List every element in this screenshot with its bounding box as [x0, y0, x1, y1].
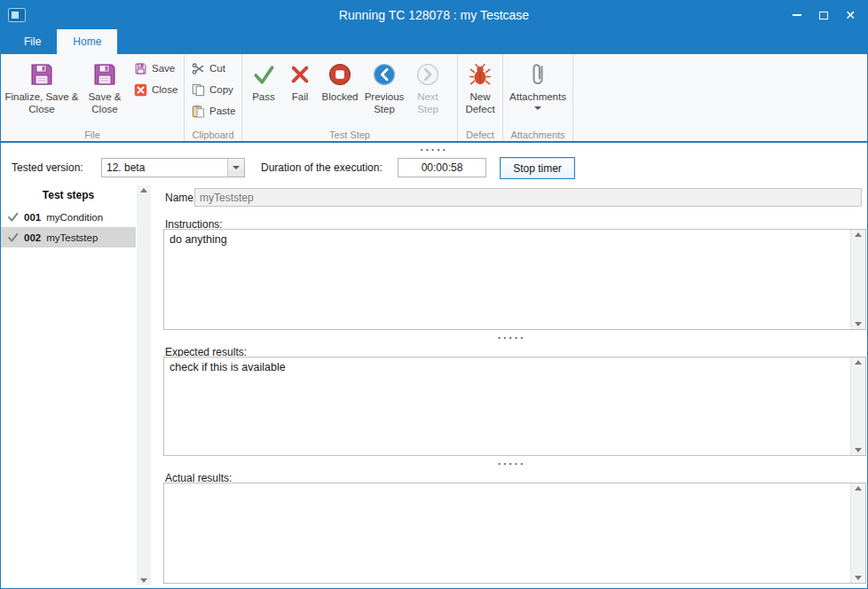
instructions-text[interactable]: do anything: [164, 230, 850, 329]
ribbon-group-file: Finalize, Save & Close Save & Close Save: [1, 54, 185, 141]
actual-results-text[interactable]: [164, 483, 850, 583]
main-content: Test steps 001 myCondition 002 myTestste…: [1, 183, 867, 588]
ribbon-filler: [573, 54, 867, 141]
new-defect-label: New Defect: [461, 91, 500, 116]
clipboard-buttons: Cut Copy Paste: [187, 56, 239, 121]
copy-label: Copy: [209, 84, 233, 95]
blocked-label: Blocked: [322, 91, 359, 104]
scroll-up-icon[interactable]: [855, 360, 862, 365]
fail-button[interactable]: Fail: [282, 56, 318, 104]
step-number: 001: [24, 212, 41, 223]
maximize-button[interactable]: [810, 1, 837, 29]
name-label: Name:: [165, 192, 196, 204]
check-icon: [6, 211, 19, 224]
scroll-down-icon[interactable]: [140, 578, 147, 583]
finalize-save-close-button[interactable]: Finalize, Save & Close: [4, 56, 80, 116]
minimize-button[interactable]: [784, 1, 810, 29]
save-icon: [28, 60, 56, 89]
ribbon-group-attachments: Attachments Attachments: [503, 54, 573, 141]
attachments-label: Attachments: [509, 91, 566, 104]
pass-label: Pass: [252, 91, 275, 104]
step-number: 002: [24, 232, 41, 243]
minimize-icon: [793, 14, 801, 16]
duration-label: Duration of the execution:: [261, 161, 383, 174]
ribbon-group-defect: New Defect Defect: [458, 54, 503, 141]
close-red-icon: [133, 82, 147, 97]
tested-version-select[interactable]: 12. beta: [101, 158, 245, 177]
arrow-left-blue-icon: [370, 60, 398, 89]
scroll-up-icon[interactable]: [855, 486, 862, 491]
previous-step-label: Previous Step: [362, 91, 406, 116]
combo-dropdown-button[interactable]: [227, 159, 244, 177]
cut-button[interactable]: Cut: [187, 59, 239, 78]
paste-icon: [191, 104, 205, 118]
actual-results-scrollbar[interactable]: [850, 483, 865, 583]
test-step-row[interactable]: 001 myCondition: [1, 207, 136, 227]
file-small-buttons: Save Close: [130, 56, 181, 99]
save-icon: [91, 60, 119, 89]
close-ribbon-button[interactable]: Close: [130, 80, 181, 99]
check-icon: [6, 232, 19, 244]
copy-button[interactable]: Copy: [187, 80, 239, 99]
paperclip-icon: [524, 60, 552, 89]
maximize-icon: [819, 12, 828, 20]
execution-bar: Tested version: 12. beta Duration of the…: [1, 153, 867, 183]
test-steps-header: Test steps: [1, 185, 136, 205]
ribbon-splitter-grip[interactable]: ·····: [1, 145, 867, 153]
tab-home[interactable]: Home: [57, 29, 117, 54]
paste-label: Paste: [209, 106, 235, 116]
tested-version-value: 12. beta: [107, 159, 145, 177]
save-label: Save: [152, 63, 175, 74]
bug-icon: [466, 60, 494, 89]
scroll-down-icon[interactable]: [855, 322, 862, 326]
close-label: Close: [152, 84, 178, 95]
scroll-up-icon[interactable]: [140, 188, 147, 192]
steps-scrollbar[interactable]: [137, 185, 151, 585]
ribbon-group-label: Clipboard: [185, 130, 241, 140]
tab-file[interactable]: File: [8, 29, 57, 54]
name-input[interactable]: [194, 188, 862, 207]
fail-label: Fail: [292, 91, 309, 104]
save-button[interactable]: Save: [130, 59, 181, 78]
test-step-row[interactable]: 002 myTeststep: [1, 227, 136, 247]
save-and-close-button[interactable]: Save & Close: [80, 56, 130, 116]
save-and-close-label: Save & Close: [80, 91, 130, 116]
ribbon-group-label: Attachments: [503, 130, 572, 140]
scroll-down-icon[interactable]: [855, 448, 862, 452]
test-steps-panel: Test steps 001 myCondition 002 myTestste…: [1, 183, 153, 588]
duration-input[interactable]: [398, 158, 486, 177]
step-name: myCondition: [46, 212, 103, 223]
tested-version-label: Tested version:: [12, 161, 83, 174]
stop-red-icon: [326, 60, 354, 89]
expected-results-textarea[interactable]: check if this is available: [163, 357, 866, 456]
close-icon: ✕: [845, 9, 856, 21]
next-step-button[interactable]: Next Step: [406, 56, 449, 116]
ribbon-group-clipboard: Cut Copy Paste Clipboard: [185, 54, 242, 141]
ribbon-group-label: Defect: [458, 130, 502, 140]
expected-splitter-grip[interactable]: ·····: [157, 459, 866, 467]
instructions-scrollbar[interactable]: [850, 230, 865, 329]
actual-results-textarea[interactable]: [163, 483, 866, 584]
blocked-button[interactable]: Blocked: [318, 56, 362, 104]
expected-results-scrollbar[interactable]: [850, 357, 865, 455]
ribbon-group-label: File: [1, 130, 184, 140]
close-button[interactable]: ✕: [837, 1, 864, 29]
app-window: Running TC 128078 : my Testcase ✕ File H…: [0, 0, 868, 589]
ribbon-group-test-step: Pass Fail Blocked Previous Step: [242, 54, 458, 141]
paste-button[interactable]: Paste: [187, 101, 239, 121]
scroll-down-icon[interactable]: [855, 576, 862, 580]
previous-step-button[interactable]: Previous Step: [362, 56, 406, 116]
attachments-button[interactable]: Attachments: [506, 56, 570, 110]
arrow-right-gray-icon: [414, 60, 442, 89]
instructions-textarea[interactable]: do anything: [163, 229, 866, 330]
expected-results-text[interactable]: check if this is available: [164, 357, 850, 455]
ribbon-tabs: File Home: [1, 29, 867, 54]
new-defect-button[interactable]: New Defect: [461, 56, 500, 116]
instructions-splitter-grip[interactable]: ·····: [157, 334, 866, 342]
title-bar: Running TC 128078 : my Testcase ✕: [1, 1, 867, 29]
ribbon: Finalize, Save & Close Save & Close Save: [1, 54, 867, 143]
pass-button[interactable]: Pass: [245, 56, 282, 104]
scroll-up-icon[interactable]: [855, 232, 862, 237]
finalize-save-close-label: Finalize, Save & Close: [4, 91, 80, 116]
stop-timer-button[interactable]: Stop timer: [500, 157, 575, 179]
